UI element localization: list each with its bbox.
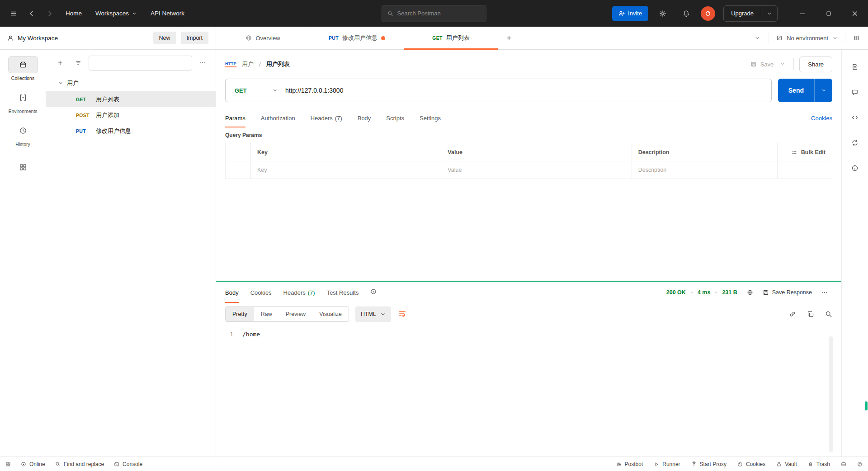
vault-button[interactable]: Vault	[776, 461, 797, 467]
language-select[interactable]: HTML	[355, 306, 391, 322]
bulk-edit-button[interactable]: Bulk Edit	[778, 143, 832, 161]
tab-authorization[interactable]: Authorization	[261, 108, 295, 127]
upgrade-chevron-icon[interactable]	[761, 6, 777, 21]
nav-home[interactable]: Home	[59, 0, 89, 27]
tab-settings[interactable]: Settings	[420, 108, 441, 127]
tab-body[interactable]: Body	[358, 108, 371, 127]
rail-item-collections[interactable]: Collections	[8, 56, 38, 81]
forward-icon[interactable]	[41, 5, 59, 23]
cookies-button[interactable]: Cookies	[737, 461, 765, 467]
postbot-button[interactable]: Postbot	[616, 461, 643, 467]
search-response-icon[interactable]	[825, 311, 832, 318]
rail-item-more[interactable]	[8, 159, 38, 176]
view-pretty[interactable]: Pretty	[226, 307, 254, 321]
view-raw[interactable]: Raw	[254, 307, 279, 321]
response-more-icon[interactable]	[817, 285, 832, 300]
info-icon[interactable]	[851, 165, 859, 172]
upgrade-label[interactable]: Upgrade	[724, 6, 761, 21]
close-button[interactable]	[842, 0, 868, 27]
console-button[interactable]: Console	[114, 461, 142, 467]
share-button[interactable]: Share	[799, 57, 832, 72]
status-badge[interactable]: 200 OK	[666, 289, 686, 296]
method-select[interactable]: GET	[226, 87, 285, 94]
send-button[interactable]: Send	[778, 79, 814, 102]
upgrade-button[interactable]: Upgrade	[723, 5, 778, 22]
new-button[interactable]: New	[153, 32, 176, 44]
response-time[interactable]: 4 ms	[698, 289, 711, 296]
related-requests-icon[interactable]	[851, 139, 859, 146]
tab-list-chevron-icon[interactable]	[750, 30, 765, 46]
menu-icon[interactable]	[5, 5, 23, 23]
documentation-icon[interactable]	[851, 63, 859, 71]
save-response-button[interactable]: Save Response	[763, 289, 812, 296]
maximize-button[interactable]	[816, 0, 842, 27]
response-tab-headers[interactable]: Headers(7)	[283, 282, 315, 303]
tab-get-request[interactable]: GET 用户列表	[404, 27, 498, 49]
view-preview[interactable]: Preview	[279, 307, 312, 321]
request-item-put[interactable]: PUT 修改用户信息	[46, 123, 216, 139]
environment-quick-look-icon[interactable]	[849, 30, 864, 46]
param-description-input[interactable]	[638, 167, 771, 173]
request-title[interactable]: 用户列表	[266, 60, 290, 68]
response-tab-cookies[interactable]: Cookies	[250, 282, 272, 303]
help-icon[interactable]	[857, 462, 863, 467]
runner-button[interactable]: Runner	[654, 461, 680, 467]
wrap-lines-icon[interactable]	[398, 310, 406, 319]
global-search-input[interactable]	[397, 10, 481, 17]
request-item-post[interactable]: POST 用户添加	[46, 107, 216, 123]
sidebar-search-input[interactable]	[94, 60, 187, 66]
send-options-chevron-icon[interactable]	[814, 79, 832, 102]
environment-selector[interactable]: No environment	[773, 35, 841, 42]
global-search[interactable]	[382, 5, 486, 22]
layout-grid-icon[interactable]	[5, 462, 11, 467]
response-history-icon[interactable]	[370, 289, 377, 297]
sidebar-search[interactable]	[89, 56, 192, 71]
tab-overview[interactable]: Overview	[216, 27, 310, 49]
import-button[interactable]: Import	[181, 32, 208, 44]
find-and-replace[interactable]: Find and replace	[55, 461, 104, 467]
back-icon[interactable]	[23, 5, 41, 23]
tab-params[interactable]: Params	[225, 108, 245, 127]
nav-api-network[interactable]: API Network	[144, 0, 191, 27]
response-body-editor[interactable]: 1 /home	[216, 325, 841, 457]
minimize-button[interactable]	[789, 0, 816, 27]
online-status[interactable]: Online	[21, 461, 45, 467]
tab-put-request[interactable]: PUT 修改用户信息	[310, 27, 404, 49]
response-tab-test-results[interactable]: Test Results	[327, 282, 359, 303]
response-tab-body[interactable]: Body	[225, 282, 239, 303]
cookies-link[interactable]: Cookies	[811, 115, 832, 122]
comments-icon[interactable]	[851, 89, 859, 96]
start-proxy-button[interactable]: Start Proxy	[691, 461, 726, 467]
breadcrumb-parent[interactable]: 用户	[242, 60, 254, 68]
link-icon[interactable]	[789, 311, 796, 318]
response-size[interactable]: 231 B	[722, 289, 737, 296]
add-icon[interactable]	[52, 55, 68, 71]
collection-row[interactable]: 用户	[46, 75, 216, 91]
more-icon[interactable]	[195, 55, 210, 71]
tab-headers[interactable]: Headers(7)	[311, 108, 342, 127]
filter-icon[interactable]	[71, 55, 86, 71]
bottom-panel-icon[interactable]	[841, 462, 846, 467]
network-globe-icon[interactable]	[742, 285, 758, 300]
param-value-input[interactable]	[448, 167, 625, 173]
avatar[interactable]	[701, 6, 715, 21]
code-snippet-icon[interactable]	[851, 114, 859, 121]
notifications-bell-icon[interactable]	[677, 5, 695, 23]
trash-button[interactable]: Trash	[808, 461, 830, 467]
settings-gear-icon[interactable]	[654, 5, 672, 23]
nav-workspaces[interactable]: Workspaces	[89, 0, 144, 27]
rail-item-environments[interactable]: Environments	[8, 89, 38, 114]
invite-button[interactable]: Invite	[612, 6, 648, 21]
save-options-chevron-icon[interactable]	[777, 58, 788, 71]
param-key-input[interactable]	[257, 167, 434, 173]
request-item-get[interactable]: GET 用户列表	[46, 91, 216, 107]
tab-scripts[interactable]: Scripts	[386, 108, 404, 127]
save-button[interactable]: Save	[747, 58, 778, 71]
view-visualize[interactable]: Visualize	[312, 307, 349, 321]
scrollbar[interactable]	[829, 336, 833, 452]
url-input[interactable]	[285, 79, 771, 102]
workspace-switcher[interactable]: My Workspace	[7, 35, 58, 42]
rail-item-history[interactable]: History	[8, 122, 38, 147]
copy-icon[interactable]	[807, 311, 814, 318]
new-tab-button[interactable]	[498, 27, 520, 49]
